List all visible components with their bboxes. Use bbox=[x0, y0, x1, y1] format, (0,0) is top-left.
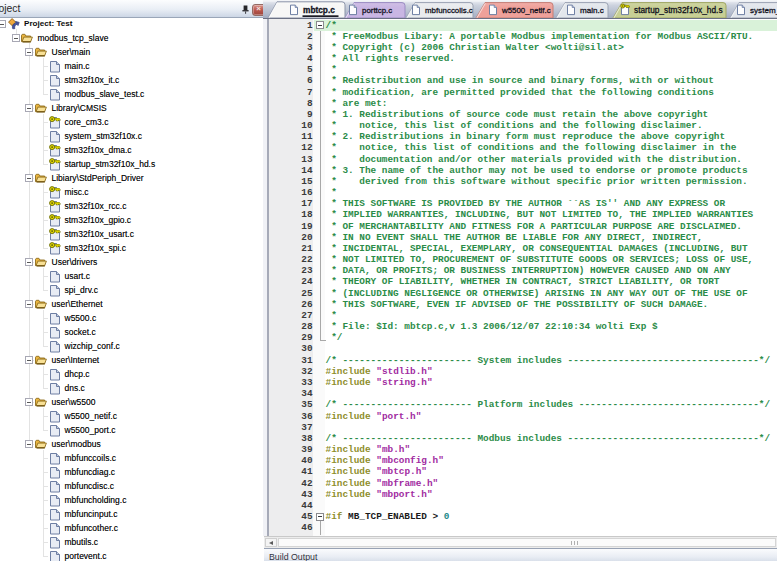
svg-text:w5500_netif.c: w5500_netif.c bbox=[501, 6, 551, 15]
svg-text:mbfunccoils.c: mbfunccoils.c bbox=[425, 6, 473, 15]
svg-text:porttcp.c: porttcp.c bbox=[362, 6, 392, 15]
svg-text:startup_stm32f10x_hd.s: startup_stm32f10x_hd.s bbox=[634, 5, 723, 15]
svg-text:mbtcp.c: mbtcp.c bbox=[303, 5, 335, 15]
svg-text:main.c: main.c bbox=[580, 6, 604, 15]
svg-text:system_stm32f10x.c: system_stm32f10x.c bbox=[750, 6, 777, 15]
